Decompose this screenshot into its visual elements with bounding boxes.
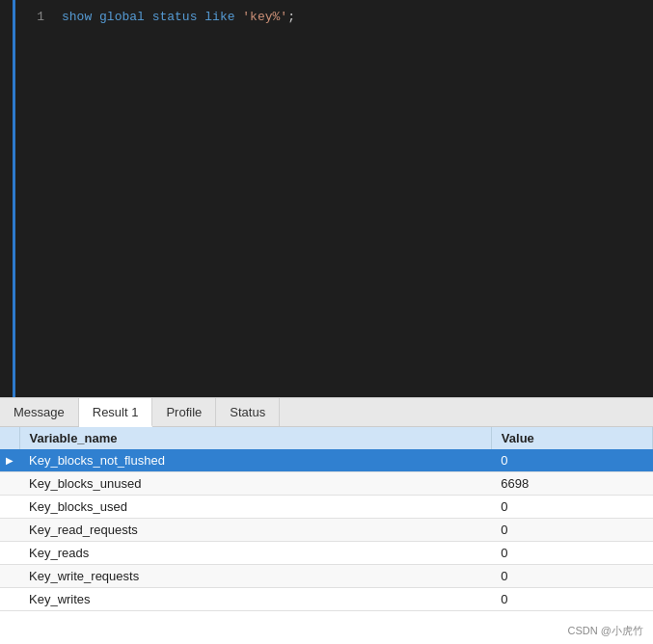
cell-variable-name: Key_writes bbox=[19, 588, 491, 611]
tab-status[interactable]: Status bbox=[216, 398, 280, 426]
tab-profile[interactable]: Profile bbox=[152, 398, 216, 426]
editor-area: 1 show global status like 'key%' ; bbox=[0, 0, 653, 397]
tab-status-label: Status bbox=[230, 405, 265, 419]
row-indicator bbox=[0, 565, 19, 588]
tab-profile-label: Profile bbox=[166, 405, 202, 419]
row-indicator bbox=[0, 496, 19, 519]
code-line-1: show global status like 'key%' ; bbox=[54, 8, 653, 27]
table-row[interactable]: Key_reads0 bbox=[0, 542, 653, 565]
tab-message[interactable]: Message bbox=[0, 398, 79, 426]
tabs-bar: Message Result 1 Profile Status bbox=[0, 398, 653, 427]
data-table: Variable_name Value ▶Key_blocks_not_flus… bbox=[0, 427, 653, 611]
col-value: Value bbox=[491, 427, 652, 449]
keyword-show: show bbox=[62, 8, 92, 27]
cell-variable-name: Key_blocks_used bbox=[19, 496, 491, 519]
cell-variable-name: Key_blocks_not_flushed bbox=[19, 449, 491, 472]
tab-result1[interactable]: Result 1 bbox=[79, 398, 153, 427]
table-row[interactable]: Key_write_requests0 bbox=[0, 565, 653, 588]
cell-variable-name: Key_write_requests bbox=[19, 565, 491, 588]
semicolon: ; bbox=[287, 8, 295, 27]
string-value: 'key%' bbox=[242, 8, 287, 27]
row-indicator bbox=[0, 472, 19, 496]
cell-value: 6698 bbox=[491, 472, 652, 496]
cell-variable-name: Key_read_requests bbox=[19, 519, 491, 542]
table-row[interactable]: ▶Key_blocks_not_flushed0 bbox=[0, 449, 653, 472]
col-indicator bbox=[0, 427, 19, 449]
space-4 bbox=[235, 8, 243, 27]
table-row[interactable]: Key_blocks_used0 bbox=[0, 496, 653, 519]
left-border bbox=[0, 0, 15, 397]
tab-result1-label: Result 1 bbox=[93, 405, 139, 419]
cell-variable-name: Key_blocks_unused bbox=[19, 472, 491, 496]
cell-value: 0 bbox=[491, 519, 652, 542]
table-row[interactable]: Key_blocks_unused6698 bbox=[0, 472, 653, 496]
row-indicator: ▶ bbox=[0, 449, 19, 472]
line-numbers: 1 bbox=[15, 0, 54, 397]
cell-value: 0 bbox=[491, 565, 652, 588]
row-indicator bbox=[0, 519, 19, 542]
cell-value: 0 bbox=[491, 496, 652, 519]
keyword-like: like bbox=[204, 8, 234, 27]
cell-value: 0 bbox=[491, 449, 652, 472]
bottom-panel: Message Result 1 Profile Status Variable… bbox=[0, 397, 653, 644]
table-header-row: Variable_name Value bbox=[0, 427, 653, 449]
row-indicator bbox=[0, 588, 19, 611]
col-variable-name: Variable_name bbox=[19, 427, 491, 449]
result-table[interactable]: Variable_name Value ▶Key_blocks_not_flus… bbox=[0, 427, 653, 644]
cell-variable-name: Key_reads bbox=[19, 542, 491, 565]
line-number-1: 1 bbox=[25, 8, 44, 27]
cell-value: 0 bbox=[491, 588, 652, 611]
table-row[interactable]: Key_read_requests0 bbox=[0, 519, 653, 542]
code-content[interactable]: show global status like 'key%' ; bbox=[54, 0, 653, 397]
row-indicator bbox=[0, 542, 19, 565]
keyword-status: status bbox=[152, 8, 198, 27]
keyword-global: global bbox=[99, 8, 145, 27]
cell-value: 0 bbox=[491, 542, 652, 565]
watermark: CSDN @小虎竹 bbox=[568, 624, 643, 638]
table-row[interactable]: Key_writes0 bbox=[0, 588, 653, 611]
space-2 bbox=[145, 8, 152, 27]
space-1 bbox=[92, 8, 99, 27]
space-3 bbox=[197, 8, 204, 27]
tab-message-label: Message bbox=[14, 405, 65, 419]
